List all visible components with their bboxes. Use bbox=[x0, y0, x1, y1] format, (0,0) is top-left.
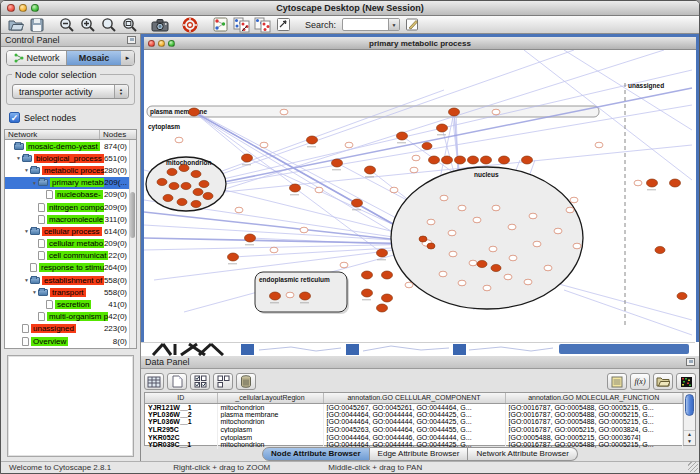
network-file-icon bbox=[30, 263, 37, 272]
network-window-titlebar: primary metabolic process bbox=[144, 37, 696, 50]
tree-row-label: primary metabo bbox=[50, 178, 104, 187]
search-field[interactable] bbox=[343, 19, 388, 30]
expander-icon[interactable]: ▼ bbox=[31, 289, 38, 295]
new-attribute-icon[interactable] bbox=[167, 373, 187, 390]
save-session-icon[interactable] bbox=[28, 17, 46, 33]
table-column-header[interactable]: _cellularLayoutRegion bbox=[217, 393, 323, 403]
table-column-header[interactable]: annotation.GO MOLECULAR_FUNCTION bbox=[505, 393, 683, 403]
open-session-icon[interactable] bbox=[7, 17, 25, 33]
table-row[interactable]: YPL036W__2plasma membrane[GO:0044464, GO… bbox=[145, 411, 683, 419]
compare-networks-icon[interactable] bbox=[253, 17, 271, 33]
help-lifesaver-icon[interactable] bbox=[181, 17, 199, 33]
search-input[interactable]: ▼ bbox=[342, 18, 400, 31]
data-panel: Data Panel f(x) bbox=[141, 356, 699, 461]
float-panel-icon[interactable] bbox=[127, 36, 136, 44]
zoom-out-icon[interactable] bbox=[58, 17, 76, 33]
tree-row-node-count: 8(0) bbox=[113, 337, 127, 346]
tree-row[interactable]: ▼establishment of lo558(0) bbox=[5, 274, 136, 286]
attribute-notes-icon[interactable] bbox=[607, 373, 627, 390]
tree-row[interactable]: Overview8(0) bbox=[5, 335, 136, 347]
tree-row[interactable]: unassigned223(0) bbox=[5, 323, 136, 335]
tree-column-network[interactable]: Network bbox=[5, 130, 100, 139]
float-data-panel-icon[interactable] bbox=[686, 358, 695, 366]
unselect-attributes-icon[interactable] bbox=[213, 373, 233, 390]
tab-node-attribute-browser[interactable]: Node Attribute Browser bbox=[262, 447, 370, 461]
folder-icon bbox=[30, 228, 40, 235]
scroll-down-icon[interactable]: ▼ bbox=[684, 438, 695, 445]
tree-row-label: cellular process bbox=[42, 227, 102, 236]
mitochondrion-label: mitochondrion bbox=[166, 159, 212, 166]
snapshot-camera-icon[interactable] bbox=[151, 17, 169, 33]
cytoscape-window: Cytoscape Desktop (New Session) Search: … bbox=[0, 0, 700, 474]
tree-row[interactable]: multi-organism pro42(0) bbox=[5, 311, 136, 323]
import-attributes-icon[interactable] bbox=[653, 373, 673, 390]
table-cell: [GO:0044464, GO:0044444, GO:0044425, G..… bbox=[323, 411, 505, 419]
network-view-icon[interactable] bbox=[211, 17, 229, 33]
tree-row[interactable]: ▼metabolic process280(0) bbox=[5, 164, 136, 176]
tree-row[interactable]: cell communicat22(0) bbox=[5, 250, 136, 262]
select-nodes-checkbox[interactable]: ✓ bbox=[9, 112, 20, 123]
tab-edge-attribute-browser[interactable]: Edge Attribute Browser bbox=[370, 447, 469, 461]
network-canvas[interactable]: plasma membrane cytoplasm mitochondrion … bbox=[144, 50, 696, 342]
tree-row[interactable]: nucleobase-209(0) bbox=[5, 189, 136, 201]
table-cell: YPL036W__1 bbox=[145, 418, 217, 426]
tree-row-node-count: 264(0) bbox=[104, 263, 127, 272]
tree-row[interactable]: ▼primary metabo209(... bbox=[5, 177, 136, 189]
zoom-fit-icon[interactable] bbox=[121, 17, 139, 33]
status-pan-hint: Middle-click + drag to PAN bbox=[328, 463, 422, 472]
table-row[interactable]: YJR121W__1mitochondrion[GO:0045267, GO:0… bbox=[145, 403, 683, 411]
table-cell: cytoplasm bbox=[217, 433, 323, 441]
merge-networks-icon[interactable] bbox=[232, 17, 250, 33]
tree-row-node-count: 209(0) bbox=[104, 190, 127, 199]
scroll-up-icon[interactable]: ▲ bbox=[684, 431, 695, 438]
tree-row[interactable]: secretion41(0) bbox=[5, 298, 136, 310]
status-welcome: Welcome to Cytoscape 2.8.1 bbox=[9, 463, 111, 472]
select-attributes-icon[interactable] bbox=[144, 373, 164, 390]
tree-scrollbar-thumb[interactable] bbox=[130, 192, 135, 238]
tree-row[interactable]: ▼transport558(0) bbox=[5, 286, 136, 298]
tree-row[interactable]: ▼biological_process651(0) bbox=[5, 152, 136, 164]
expander-icon[interactable]: ▼ bbox=[23, 228, 30, 234]
expander-icon[interactable]: ▼ bbox=[23, 277, 30, 283]
select-all-attributes-icon[interactable] bbox=[190, 373, 210, 390]
table-scrollbar[interactable]: ▲ ▼ bbox=[683, 393, 695, 445]
search-dropdown-icon[interactable]: ▼ bbox=[388, 19, 399, 30]
expander-icon[interactable]: ▼ bbox=[23, 167, 30, 173]
table-cell: [GO:0016787, GO:0005215, GO:0003824, G..… bbox=[505, 426, 683, 434]
function-builder-icon[interactable]: f(x) bbox=[630, 373, 650, 390]
tree-row-label: Overview bbox=[31, 337, 68, 346]
table-row[interactable]: YKR052Ccytoplasm[GO:0044464, GO:0044446,… bbox=[145, 433, 683, 441]
tab-mosaic[interactable]: Mosaic bbox=[67, 51, 121, 65]
tree-row-label: cellular metabo bbox=[47, 239, 104, 248]
tree-column-nodes[interactable]: Nodes bbox=[100, 130, 136, 139]
tree-row[interactable]: response to stimulu264(0) bbox=[5, 262, 136, 274]
tree-row[interactable]: nitrogen compo209(0) bbox=[5, 201, 136, 213]
delete-attribute-icon[interactable] bbox=[236, 373, 256, 390]
status-bar: Welcome to Cytoscape 2.8.1 Right-click +… bbox=[1, 461, 699, 473]
tab-network-attribute-browser[interactable]: Network Attribute Browser bbox=[468, 447, 577, 461]
nucleus-label: nucleus bbox=[474, 171, 499, 178]
table-row[interactable]: YPL036W__1mitochondrion[GO:0044464, GO:0… bbox=[145, 418, 683, 426]
table-column-header[interactable]: annotation.GO CELLULAR_COMPONENT bbox=[323, 393, 505, 403]
tree-row-label: unassigned bbox=[31, 324, 76, 333]
tree-row[interactable]: mosaic-demo-yeast874(0) bbox=[5, 140, 136, 152]
table-column-header[interactable]: ID bbox=[145, 393, 217, 403]
tree-row[interactable]: macromolecule311(0) bbox=[5, 213, 136, 225]
tree-scrollbar[interactable] bbox=[129, 140, 136, 348]
annotation-icon[interactable] bbox=[274, 17, 292, 33]
zoom-in-icon[interactable] bbox=[79, 17, 97, 33]
tree-row[interactable]: cellular metabo209(0) bbox=[5, 238, 136, 250]
network-file-icon bbox=[46, 300, 53, 309]
attribute-dropdown[interactable]: transporter activity ▲▼ bbox=[12, 84, 129, 99]
table-row[interactable]: YLR295Ccytoplasm[GO:0045263, GO:0044464,… bbox=[145, 426, 683, 434]
heatmap-view-icon[interactable] bbox=[676, 373, 696, 390]
tab-overflow-icon[interactable]: ► bbox=[121, 51, 134, 65]
table-scrollbar-thumb[interactable] bbox=[685, 394, 694, 416]
search-options-icon[interactable] bbox=[403, 17, 421, 33]
tab-network[interactable]: Network bbox=[7, 51, 67, 65]
zoom-selected-icon[interactable] bbox=[100, 17, 118, 33]
expander-icon[interactable]: ▼ bbox=[15, 155, 22, 161]
tree-row[interactable]: ▼cellular process614(0) bbox=[5, 225, 136, 237]
expander-icon[interactable]: ▼ bbox=[31, 180, 38, 186]
resize-grip[interactable] bbox=[688, 462, 698, 472]
